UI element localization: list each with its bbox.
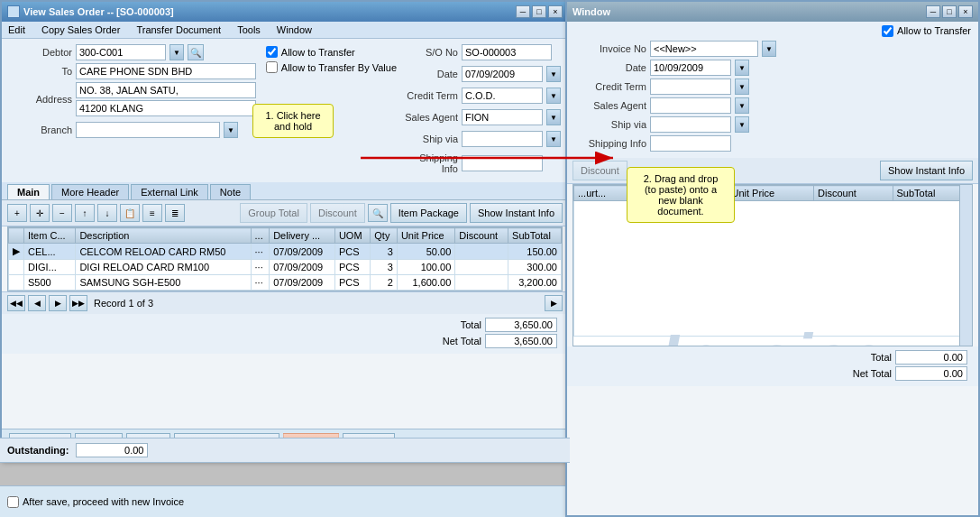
- ship-via-row: Ship via ▼: [404, 131, 561, 147]
- item-qty: 3: [371, 244, 398, 260]
- right-sales-agent-dropdown[interactable]: ▼: [735, 97, 749, 114]
- right-credit-term-input[interactable]: [650, 78, 731, 95]
- right-minimize-button[interactable]: ─: [926, 5, 940, 18]
- outstanding-label: Outstanding:: [7, 445, 69, 456]
- row-arrow: ▶: [9, 244, 24, 260]
- credit-term-dropdown[interactable]: ▼: [546, 88, 561, 104]
- insert-row-button[interactable]: ✛: [30, 204, 50, 222]
- tab-more-header[interactable]: More Header: [51, 184, 129, 199]
- menu-transfer-document[interactable]: Transfer Document: [133, 23, 224, 36]
- copy-button[interactable]: 📋: [120, 204, 140, 222]
- right-sales-agent-input[interactable]: [650, 97, 731, 114]
- right-invoice-no-input[interactable]: [650, 41, 758, 57]
- allow-transfer-value-row: Allow to Transfer By Value: [266, 61, 397, 73]
- table-row[interactable]: ▶ CEL... CELCOM RELOAD CARD RM50 ··· 07/…: [9, 244, 562, 260]
- move-up-button[interactable]: ↑: [75, 204, 95, 222]
- branch-dropdown[interactable]: ▼: [224, 122, 238, 138]
- right-restore-button[interactable]: □: [942, 5, 957, 18]
- next-page-button[interactable]: ▶: [49, 295, 67, 311]
- right-credit-term-dropdown[interactable]: ▼: [735, 78, 749, 95]
- show-instant-info-button[interactable]: Show Instant Info: [470, 203, 563, 223]
- right-total-value: 0.00: [895, 350, 967, 365]
- tab-external-link[interactable]: External Link: [131, 184, 208, 199]
- right-discount-button[interactable]: Discount: [572, 161, 627, 180]
- col-header-desc[interactable]: Description: [76, 228, 251, 244]
- outstanding-input[interactable]: [76, 443, 148, 457]
- close-button[interactable]: ×: [548, 5, 563, 18]
- allow-transfer-value-checkbox[interactable]: [266, 61, 278, 73]
- allow-transfer-checkbox[interactable]: [266, 46, 278, 58]
- add-row-button[interactable]: +: [7, 204, 27, 222]
- col-header-subtotal[interactable]: SubTotal: [508, 228, 562, 244]
- to-input[interactable]: [76, 63, 256, 79]
- ship-via-dropdown[interactable]: ▼: [546, 131, 561, 147]
- item-dots[interactable]: ···: [251, 260, 270, 275]
- shipping-info-input[interactable]: [462, 155, 543, 171]
- after-save-checkbox[interactable]: [7, 496, 19, 508]
- so-no-input[interactable]: [462, 44, 552, 60]
- tab-note[interactable]: Note: [210, 184, 251, 199]
- menu-edit[interactable]: Edit: [5, 23, 28, 36]
- right-date-dropdown[interactable]: ▼: [735, 60, 749, 76]
- item-dots[interactable]: ···: [251, 244, 270, 260]
- sales-agent-input[interactable]: [462, 109, 543, 125]
- col-header-item-c[interactable]: Item C...: [24, 228, 76, 244]
- right-shipping-info-input[interactable]: [650, 135, 731, 152]
- right-allow-transfer-checkbox[interactable]: [882, 25, 893, 37]
- pagination-bar: ◀◀ ◀ ▶ ▶▶ Record 1 of 3 ▶: [2, 291, 568, 314]
- right-col-discount: Discount: [814, 186, 893, 201]
- col-header-qty[interactable]: Qty: [371, 228, 398, 244]
- right-show-instant-info-button[interactable]: Show Instant Info: [880, 161, 973, 180]
- address-line2[interactable]: [76, 100, 256, 116]
- branch-input[interactable]: [76, 122, 220, 138]
- item-uom: PCS: [334, 260, 370, 275]
- delete-row-button[interactable]: −: [52, 204, 72, 222]
- debtor-input[interactable]: [76, 44, 166, 60]
- first-page-button[interactable]: ◀◀: [7, 295, 25, 311]
- detail-view-button[interactable]: ≣: [165, 204, 185, 222]
- debtor-dropdown[interactable]: ▼: [169, 44, 184, 60]
- date-dropdown[interactable]: ▼: [546, 66, 561, 82]
- item-package-button[interactable]: Item Package: [390, 203, 467, 223]
- right-date-input[interactable]: [650, 60, 731, 76]
- restore-button[interactable]: □: [532, 5, 546, 18]
- credit-term-input[interactable]: [462, 88, 543, 104]
- minimize-button[interactable]: ─: [516, 5, 530, 18]
- list-view-button[interactable]: ≡: [142, 204, 162, 222]
- sales-agent-row: Sales Agent ▼: [404, 109, 561, 125]
- ship-via-input[interactable]: [462, 131, 543, 147]
- table-row[interactable]: S500 SAMSUNG SGH-E500 ··· 07/09/2009 PCS…: [9, 275, 562, 291]
- table-search-button[interactable]: 🔍: [368, 204, 388, 222]
- col-header-uom[interactable]: UOM: [334, 228, 370, 244]
- scroll-right-button[interactable]: ▶: [545, 295, 563, 311]
- sales-agent-dropdown[interactable]: ▼: [546, 109, 561, 125]
- pagination-text: Record 1 of 3: [90, 298, 157, 309]
- item-subtotal: 150.00: [508, 244, 562, 260]
- allow-transfer-value-label: Allow to Transfer By Value: [281, 62, 397, 73]
- item-dots[interactable]: ···: [251, 275, 270, 291]
- right-date-row: Date ▼: [574, 60, 971, 76]
- menu-tools[interactable]: Tools: [234, 23, 263, 36]
- col-header-delivery[interactable]: Delivery ...: [270, 228, 335, 244]
- right-close-button[interactable]: ×: [958, 5, 973, 18]
- right-ship-via-input[interactable]: [650, 116, 731, 133]
- debtor-search[interactable]: 🔍: [188, 44, 204, 60]
- right-scrollbar[interactable]: [959, 185, 972, 346]
- date-input[interactable]: [462, 66, 543, 82]
- menu-copy-sales-order[interactable]: Copy Sales Order: [39, 23, 123, 36]
- table-row[interactable]: DIGI... DIGI RELOAD CARD RM100 ··· 07/09…: [9, 260, 562, 275]
- right-net-total-label: Net Total: [820, 368, 892, 379]
- group-total-button[interactable]: Group Total: [240, 203, 307, 223]
- col-header-discount[interactable]: Discount: [455, 228, 508, 244]
- menu-window[interactable]: Window: [274, 23, 315, 36]
- item-delivery: 07/09/2009: [270, 275, 335, 291]
- prev-page-button[interactable]: ◀: [28, 295, 46, 311]
- move-down-button[interactable]: ↓: [97, 204, 117, 222]
- tab-main[interactable]: Main: [7, 184, 50, 199]
- discount-button[interactable]: Discount: [310, 203, 365, 223]
- right-invoice-dropdown[interactable]: ▼: [762, 41, 776, 57]
- right-ship-via-dropdown[interactable]: ▼: [735, 116, 749, 133]
- address-line1[interactable]: [76, 82, 256, 98]
- last-page-button[interactable]: ▶▶: [69, 295, 87, 311]
- col-header-unit-price[interactable]: Unit Price: [397, 228, 454, 244]
